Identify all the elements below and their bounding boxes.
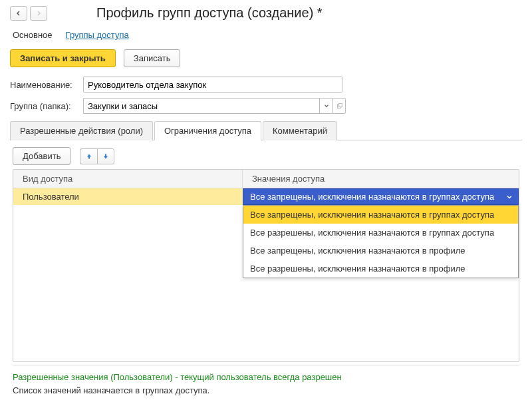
grid-cell-type[interactable]: Пользователи <box>13 188 243 205</box>
page-title: Профиль групп доступа (создание) * <box>96 5 323 21</box>
dropdown-item[interactable]: Все разрешены, исключения назначаются в … <box>243 260 518 278</box>
save-close-button[interactable]: Записать и закрыть <box>10 49 116 67</box>
access-grid: Вид доступа Значения доступа Пользовател… <box>13 169 519 362</box>
open-external-icon <box>336 103 343 110</box>
section-tab-main[interactable]: Основное <box>13 30 53 40</box>
nav-back-button[interactable] <box>10 6 27 21</box>
group-input[interactable] <box>83 98 319 114</box>
tab-restrict[interactable]: Ограничения доступа <box>154 121 261 140</box>
arrow-up-icon <box>85 152 93 160</box>
grid-empty-area: Все запрещены, исключения назначаются в … <box>13 205 519 361</box>
save-button[interactable]: Записать <box>124 49 181 67</box>
arrow-down-icon <box>102 152 110 160</box>
footer-hint-allowed: Разрешенные значения (Пользователи) - те… <box>13 371 519 384</box>
dropdown-item[interactable]: Все запрещены, исключения назначаются в … <box>243 242 518 260</box>
nav-forward-button[interactable] <box>30 6 47 21</box>
group-dropdown-button[interactable] <box>319 98 332 114</box>
dropdown-item[interactable]: Все запрещены, исключения назначаются в … <box>243 206 518 224</box>
svg-rect-1 <box>338 103 342 106</box>
grid-cell-value-text: Все запрещены, исключения назначаются в … <box>250 192 494 202</box>
chevron-down-icon <box>505 192 514 202</box>
separator <box>13 365 519 365</box>
grid-col-type[interactable]: Вид доступа <box>13 170 243 188</box>
move-down-button[interactable] <box>97 148 114 164</box>
group-label: Группа (папка): <box>10 101 83 111</box>
move-up-button[interactable] <box>80 148 97 164</box>
grid-cell-value-select[interactable]: Все запрещены, исключения назначаются в … <box>243 188 519 205</box>
value-dropdown: Все запрещены, исключения назначаются в … <box>243 205 519 278</box>
name-input[interactable] <box>83 77 342 93</box>
dropdown-item[interactable]: Все разрешены, исключения назначаются в … <box>243 224 518 242</box>
section-tab-groups[interactable]: Группы доступа <box>66 30 129 40</box>
group-open-button[interactable] <box>332 98 346 114</box>
grid-row[interactable]: Пользователи Все запрещены, исключения н… <box>13 188 519 205</box>
footer-hint-list: Список значений назначается в группах до… <box>13 384 519 397</box>
chevron-down-icon <box>323 103 330 109</box>
add-button[interactable]: Добавить <box>13 147 70 165</box>
grid-col-value[interactable]: Значения доступа <box>243 170 519 188</box>
name-label: Наименование: <box>10 80 83 90</box>
tab-comment[interactable]: Комментарий <box>263 121 337 140</box>
arrow-right-icon <box>35 9 43 17</box>
arrow-left-icon <box>15 9 23 17</box>
tab-roles[interactable]: Разрешенные действия (роли) <box>10 121 153 140</box>
